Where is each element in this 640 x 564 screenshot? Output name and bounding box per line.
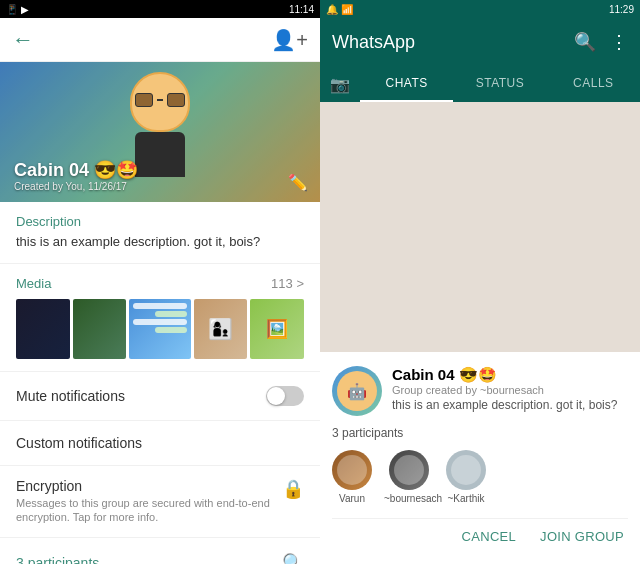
status-time-right: 11:29: [609, 4, 634, 15]
participant-bournesach: ~bournesach: [384, 450, 434, 504]
status-bar-right: 🔔 📶 11:29: [320, 0, 640, 18]
group-info-bottom: Cabin 04 😎🤩 Created by You, 11/26/17: [14, 159, 138, 192]
participant-varun: Varun: [332, 450, 372, 504]
avatar-varun: [332, 450, 372, 490]
join-group-name: Cabin 04 😎🤩: [392, 366, 628, 384]
media-thumb-4: 👩‍👦: [194, 299, 248, 359]
funko-body: [135, 132, 185, 177]
join-group-button[interactable]: JOIN GROUP: [536, 523, 628, 550]
toggle-knob: [267, 387, 285, 405]
description-label: Description: [16, 214, 304, 229]
name-bournesach: ~bournesach: [384, 493, 434, 504]
chat-line-4: [155, 327, 187, 333]
chat-background: 🤖 Cabin 04 😎🤩 Group created by ~bournesa…: [320, 102, 640, 564]
whatsapp-header: WhatsApp 🔍 ⋮: [320, 18, 640, 66]
glasses-left: [135, 93, 153, 107]
description-text: this is an example description. got it, …: [16, 233, 304, 251]
media-header: Media 113 >: [16, 276, 304, 291]
face-bournesach: [394, 455, 424, 485]
encryption-text: Encryption Messages to this group are se…: [16, 478, 274, 525]
encryption-row[interactable]: Encryption Messages to this group are se…: [0, 466, 320, 538]
face-varun: [337, 455, 367, 485]
tab-chats[interactable]: CHATS: [360, 66, 453, 102]
face-karthik: [451, 455, 481, 485]
search-participants-icon[interactable]: 🔍: [282, 552, 304, 564]
media-thumb-3: [129, 299, 191, 359]
media-count: 113 >: [271, 276, 304, 291]
media-label: Media: [16, 276, 51, 291]
custom-notifications-row[interactable]: Custom notifications: [0, 421, 320, 466]
lock-icon: 🔒: [282, 478, 304, 500]
group-title: Cabin 04 😎🤩: [14, 159, 138, 181]
join-group-desc: this is an example description. got it, …: [392, 398, 628, 412]
top-bar: ← 👤+: [0, 18, 320, 62]
custom-label: Custom notifications: [16, 435, 142, 451]
avatar-funko: 🤖: [337, 371, 377, 411]
right-panel: 🔔 📶 11:29 WhatsApp 🔍 ⋮ 📷 CHATS STATUS CA…: [320, 0, 640, 564]
media-thumb-1: [16, 299, 70, 359]
media-thumbnails: 👩‍👦 🖼️: [16, 299, 304, 359]
participants-count: 3 participants: [332, 426, 628, 440]
join-group-info: Cabin 04 😎🤩 Group created by ~bournesach…: [392, 366, 628, 416]
encryption-title: Encryption: [16, 478, 274, 494]
header-icons: 🔍 ⋮: [574, 31, 628, 53]
join-group-card: 🤖 Cabin 04 😎🤩 Group created by ~bournesa…: [332, 366, 628, 416]
back-button[interactable]: ←: [12, 27, 34, 53]
tab-status[interactable]: STATUS: [453, 66, 546, 102]
more-options-icon[interactable]: ⋮: [610, 31, 628, 53]
join-group-created: Group created by ~bournesach: [392, 384, 628, 396]
status-icons-left: 📱 ▶: [6, 4, 29, 15]
status-icons-right: 🔔 📶: [326, 4, 353, 15]
group-created: Created by You, 11/26/17: [14, 181, 138, 192]
mute-notifications-row[interactable]: Mute notifications: [0, 372, 320, 421]
avatar-bournesach: [389, 450, 429, 490]
status-bar-left: 📱 ▶ 11:14: [0, 0, 320, 18]
chat-line-3: [133, 319, 187, 325]
tab-camera[interactable]: 📷: [320, 66, 360, 102]
group-avatar: 🤖: [332, 366, 382, 416]
glasses-bridge: [157, 99, 163, 101]
participant-avatars: Varun ~bournesach ~Karthik: [332, 450, 628, 504]
media-thumb-2: [73, 299, 127, 359]
search-icon[interactable]: 🔍: [574, 31, 596, 53]
participants-label: 3 participants: [16, 555, 99, 564]
name-karthik: ~Karthik: [448, 493, 485, 504]
camera-icon: 📷: [330, 75, 350, 94]
participant-karthik: ~Karthik: [446, 450, 486, 504]
participants-row[interactable]: 3 participants 🔍: [0, 538, 320, 564]
description-section: Description this is an example descripti…: [0, 202, 320, 264]
media-thumb-5: 🖼️: [250, 299, 304, 359]
left-panel: 📱 ▶ 11:14 ← 👤+ Cabin 04 😎🤩 Created by Yo…: [0, 0, 320, 564]
join-actions: CANCEL JOIN GROUP: [332, 518, 628, 550]
mute-label: Mute notifications: [16, 388, 125, 404]
mute-toggle[interactable]: [266, 386, 304, 406]
avatar-karthik: [446, 450, 486, 490]
encryption-desc: Messages to this group are secured with …: [16, 496, 274, 525]
chat-line-2: [155, 311, 187, 317]
funko-glasses: [135, 92, 185, 108]
name-varun: Varun: [339, 493, 365, 504]
tab-calls[interactable]: CALLS: [547, 66, 640, 102]
app-title: WhatsApp: [332, 32, 574, 53]
group-detail-content: Description this is an example descripti…: [0, 202, 320, 564]
group-cover: Cabin 04 😎🤩 Created by You, 11/26/17 ✏️: [0, 62, 320, 202]
tabs-bar: 📷 CHATS STATUS CALLS: [320, 66, 640, 102]
edit-group-button[interactable]: ✏️: [288, 173, 308, 192]
status-time-left: 11:14: [289, 4, 314, 15]
cancel-button[interactable]: CANCEL: [458, 523, 521, 550]
chat-line-1: [133, 303, 187, 309]
funko-head: [130, 72, 190, 132]
add-participant-button[interactable]: 👤+: [271, 28, 308, 52]
glasses-right: [167, 93, 185, 107]
join-group-overlay: 🤖 Cabin 04 😎🤩 Group created by ~bournesa…: [320, 352, 640, 564]
media-section[interactable]: Media 113 > 👩‍👦 🖼️: [0, 264, 320, 372]
